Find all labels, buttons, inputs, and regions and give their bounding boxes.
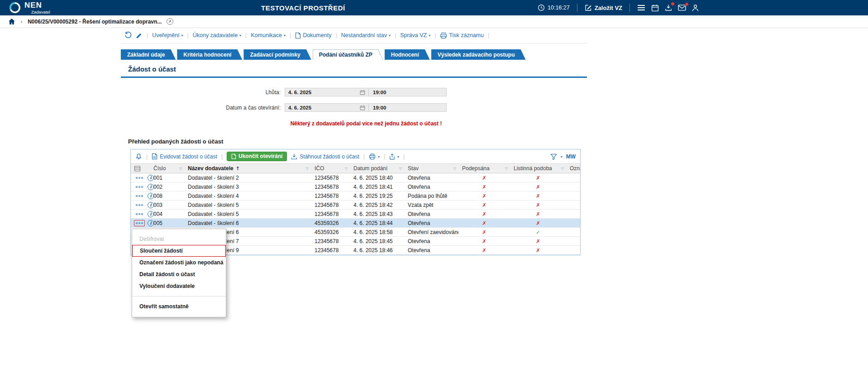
tab-6[interactable]: Výsledek zadávacího postupu <box>431 49 526 60</box>
downloads-button[interactable] <box>665 4 672 11</box>
chevron-right-icon <box>20 18 23 25</box>
filter-button[interactable] <box>550 153 557 160</box>
export-table-button[interactable] <box>389 153 399 160</box>
column-header-oznacena[interactable]: Označe <box>566 165 580 172</box>
column-filter-icon[interactable] <box>399 167 402 171</box>
tab-1[interactable]: Základní údaje <box>121 49 176 60</box>
oteviranie-time-value: 19:00 <box>373 105 386 110</box>
cell-supplier-name: Dodavatel - školení 5 <box>184 211 311 217</box>
column-header-stav[interactable]: Stav <box>404 165 458 172</box>
cell-paper-form <box>510 220 566 226</box>
notifications-button[interactable] <box>135 153 142 160</box>
cell-paper-form <box>510 184 566 190</box>
ukoncit-oteviranie-button[interactable]: Ukončit otevírání <box>227 152 287 161</box>
context-menu-item-5[interactable]: Vyloučení dodavatele <box>132 280 226 292</box>
x-mark-icon <box>482 202 486 208</box>
download-icon <box>291 153 297 160</box>
row-menu-button[interactable] <box>134 220 145 226</box>
context-menu-item-4[interactable]: Detail žádosti o účast <box>132 268 226 280</box>
cell-number: 001 <box>150 175 184 181</box>
separator <box>147 32 148 38</box>
separator <box>384 153 385 160</box>
column-filter-icon[interactable] <box>345 167 348 171</box>
row-menu-button[interactable] <box>134 211 145 217</box>
table-toolbar: Evidovat žádost o účast Ukončit otevírán… <box>131 149 580 163</box>
row-menu-button[interactable] <box>134 175 145 181</box>
menu-ukony-zadavatele[interactable]: Úkony zadavatele <box>193 32 241 38</box>
column-filter-icon[interactable] <box>179 167 182 171</box>
topbar-right: 10:16:27 Založit VZ <box>538 0 699 15</box>
table-settings-button[interactable] <box>134 166 141 172</box>
row-menu-button[interactable] <box>134 184 145 190</box>
table-row[interactable]: 004 Dodavatel - školení 5 12345678 4. 6.… <box>131 210 580 219</box>
create-vz-button[interactable]: Založit VZ <box>585 4 622 11</box>
close-record-button[interactable] <box>167 18 173 25</box>
print-table-button[interactable] <box>369 153 380 160</box>
column-header-ico[interactable]: IČO <box>311 165 350 172</box>
column-filter-icon[interactable] <box>306 167 309 171</box>
cell-submission-date: 4. 6. 2025 18:44 <box>350 220 404 226</box>
table-row[interactable]: 003 Dodavatel - školení 5 12345678 4. 6.… <box>131 201 580 210</box>
calendar-button[interactable] <box>651 4 659 12</box>
breadcrumb-record[interactable]: N006/25/V00005292 - Řešení optimalizace … <box>28 19 162 25</box>
column-header-datum[interactable]: Datum podání <box>350 165 404 172</box>
home-button[interactable] <box>8 18 15 25</box>
row-menu-button[interactable] <box>134 202 145 208</box>
messages-button[interactable] <box>678 5 686 11</box>
row-actions-cell <box>131 211 150 217</box>
hamburger-menu-button[interactable] <box>637 5 645 11</box>
context-menu-item-3[interactable]: Označení žádosti jako nepodaná <box>132 257 226 268</box>
tab-2[interactable]: Kritéria hodnocení <box>177 49 242 60</box>
lhuta-date-field: 4. 6. 2025 <box>285 88 369 96</box>
menu-sprava-vz[interactable]: Správa VZ <box>400 32 430 38</box>
context-menu-item-6[interactable]: Otevřít samostatně <box>132 301 226 312</box>
column-header-listinna[interactable]: Listinná podoba <box>510 165 566 172</box>
column-filter-icon[interactable] <box>453 167 456 171</box>
brand-name: NEN <box>24 1 50 9</box>
oteviranie-time-field: 19:00 <box>369 103 447 112</box>
menu-tisk-zaznamu[interactable]: Tisk záznamu <box>440 32 484 39</box>
profile-button[interactable] <box>692 4 699 12</box>
mw-toggle[interactable]: MW <box>566 153 576 160</box>
table-row[interactable]: 008 Dodavatel - školení 4 12345678 4. 6.… <box>131 191 580 201</box>
column-header-cislo[interactable]: Číslo <box>150 165 184 172</box>
column-filter-icon[interactable] <box>505 167 508 171</box>
evidovat-zadost-button[interactable]: Evidovat žádost o účast <box>152 153 217 160</box>
stahnout-zadosti-button[interactable]: Stáhnout žádosti o účast <box>291 153 359 160</box>
cell-submission-date: 4. 6. 2025 18:41 <box>350 184 404 190</box>
table-row[interactable]: 005 Dodavatel - školení 6 45359326 4. 6.… <box>131 219 580 228</box>
cell-paper-form <box>510 247 566 254</box>
cell-paper-form <box>510 175 566 181</box>
menu-dokumenty[interactable]: Dokumenty <box>295 32 331 39</box>
column-header-podepsana[interactable]: Podepsána <box>458 165 510 172</box>
context-menu-item-2[interactable]: Sloučení žádostí <box>132 245 226 257</box>
separator <box>290 32 291 38</box>
tab-4[interactable]: Podání účastníků ZP <box>313 49 383 60</box>
tab-label: Kritéria hodnocení <box>183 52 231 58</box>
history-button[interactable] <box>124 32 132 39</box>
tab-5[interactable]: Hodnocení <box>385 49 430 60</box>
table-row[interactable]: 001 Dodavatel - školení 2 12345678 4. 6.… <box>131 173 580 182</box>
edit-square-icon <box>585 4 592 11</box>
nen-logo[interactable]: NEN Zadavatel <box>9 1 50 14</box>
cell-submission-date: 4. 6. 2025 18:43 <box>350 211 404 217</box>
menu-komunikace[interactable]: Komunikace <box>251 32 286 38</box>
table-row[interactable]: 002 Dodavatel - školení 3 12345678 4. 6.… <box>131 182 580 191</box>
record-toolbar: Uveřejnění Úkony zadavatele Komunikace D… <box>121 28 587 43</box>
tab-3[interactable]: Zadávací podmínky <box>243 49 311 60</box>
cell-number: 002 <box>150 184 184 190</box>
x-mark-icon <box>482 175 486 181</box>
separator <box>363 153 365 160</box>
main-content: Uveřejnění Úkony zadavatele Komunikace D… <box>121 28 587 255</box>
row-menu-button[interactable] <box>134 193 145 199</box>
menu-uverejneni[interactable]: Uveřejnění <box>152 32 183 38</box>
edit-record-button[interactable] <box>136 32 143 39</box>
cell-submission-date: 4. 6. 2025 18:45 <box>350 238 404 244</box>
x-mark-icon <box>482 238 486 244</box>
chevron-down-icon <box>389 33 391 38</box>
menu-nestandardni-stav[interactable]: Nestandardní stav <box>341 32 391 38</box>
column-header-nazev[interactable]: Název dodavatele <box>184 165 311 172</box>
lhuta-label: Lhůta: <box>121 89 285 96</box>
topbar: NEN Zadavatel TESTOVACÍ PROSTŘEDÍ 10:16:… <box>0 0 868 15</box>
column-filter-icon[interactable] <box>561 167 564 171</box>
